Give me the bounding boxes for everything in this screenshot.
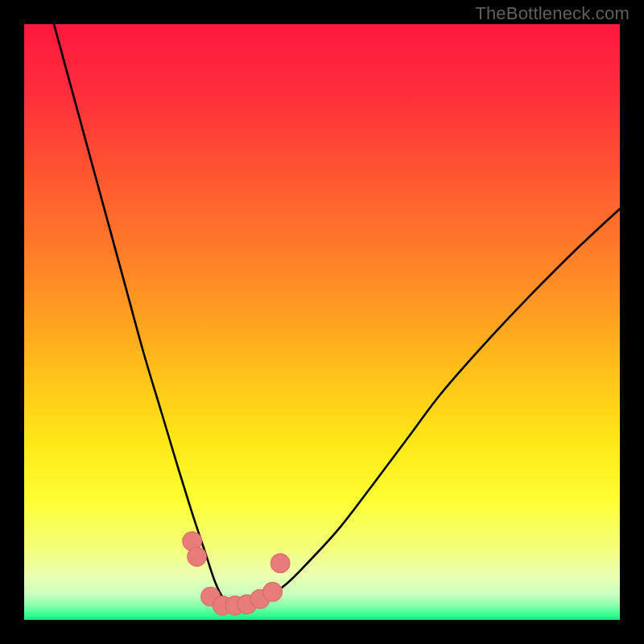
gradient-background [24,24,620,620]
curve-marker [263,582,283,601]
plot-area [24,24,620,620]
chart-svg [24,24,620,620]
outer-frame: TheBottleneck.com [0,0,644,644]
watermark-text: TheBottleneck.com [475,3,630,24]
curve-marker [188,547,207,567]
curve-marker [270,554,290,573]
